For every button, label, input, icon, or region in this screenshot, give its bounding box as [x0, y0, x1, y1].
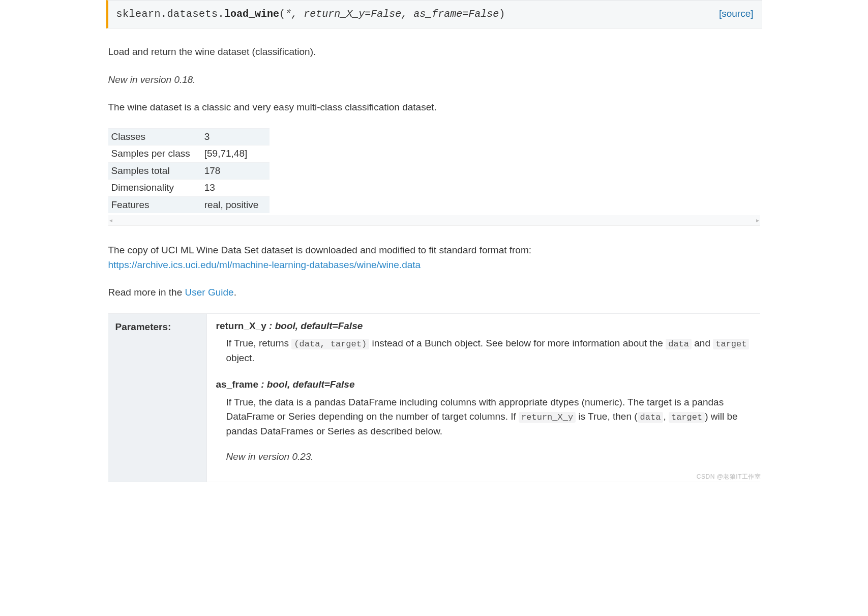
copy-pre: The copy of UCI ML Wine Data Set dataset… [108, 245, 532, 255]
table-row: Samples total178 [108, 162, 270, 180]
user-guide-link[interactable]: User Guide [185, 287, 234, 298]
source-link[interactable]: [source] [719, 7, 754, 21]
parameters-body: return_X_y : bool, default=False If True… [207, 314, 760, 482]
meta-key: Features [108, 196, 201, 213]
code-literal: return_X_y [519, 412, 576, 423]
code-literal: data [638, 412, 664, 423]
sep: , [291, 8, 304, 20]
signature-bar: sklearn.datasets.load_wine(*, return_X_y… [106, 0, 762, 28]
horizontal-scrollbar[interactable]: ◂ ▸ [108, 215, 760, 226]
meta-val: 178 [201, 162, 270, 180]
param-name: as_frame [216, 379, 258, 390]
read-more-post: . [234, 287, 236, 298]
param-as-frame: as_frame : bool, default=False If True, … [216, 377, 751, 464]
copy-paragraph: The copy of UCI ML Wine Data Set dataset… [108, 243, 760, 272]
table-row: Featuresreal, positive [108, 196, 270, 213]
table-row: Samples per class[59,71,48] [108, 145, 270, 163]
module-path: sklearn.datasets. [116, 8, 225, 20]
meta-key: Samples total [108, 162, 201, 180]
meta-val: 3 [201, 128, 270, 145]
scroll-left-icon[interactable]: ◂ [109, 216, 112, 225]
param-return-x-y: return_X_y : bool, default=False If True… [216, 319, 751, 366]
lead-paragraph: Load and return the wine dataset (classi… [108, 45, 760, 60]
table-row: Classes3 [108, 128, 270, 145]
param-classifier: : bool, default=False [258, 379, 355, 390]
star: * [285, 8, 291, 20]
param-description: If True, returns (data, target) instead … [226, 336, 751, 365]
version-added: New in version 0.23. [226, 450, 751, 464]
version-added: New in version 0.18. [108, 73, 760, 87]
paren-close: ) [499, 8, 505, 20]
meta-key: Samples per class [108, 145, 201, 163]
meta-val: real, positive [201, 196, 270, 213]
param-as-frame: as_frame=False [413, 8, 499, 20]
code-literal: (data, target) [291, 339, 369, 349]
code-literal: target [669, 412, 705, 423]
function-name: load_wine [224, 8, 279, 20]
meta-key: Classes [108, 128, 201, 145]
meta-val: 13 [201, 180, 270, 197]
dataset-meta-table: Classes3 Samples per class[59,71,48] Sam… [108, 128, 270, 214]
param-name: return_X_y [216, 320, 266, 331]
param-description: If True, the data is a pandas DataFrame … [226, 395, 751, 464]
scroll-right-icon[interactable]: ▸ [756, 216, 759, 225]
param-return-x-y: return_X_y=False [304, 8, 401, 20]
classic-paragraph: The wine dataset is a classic and very e… [108, 100, 760, 115]
parameters-label: Parameters: [108, 314, 207, 482]
signature-text: sklearn.datasets.load_wine(*, return_X_y… [116, 6, 719, 22]
table-row: Dimensionality13 [108, 180, 270, 197]
meta-val: [59,71,48] [201, 145, 270, 163]
parameters-block: Parameters: return_X_y : bool, default=F… [108, 313, 760, 482]
code-literal: data [666, 339, 692, 349]
code-literal: target [713, 339, 749, 349]
paren-open: ( [279, 8, 285, 20]
dataset-source-link[interactable]: https://archive.ics.uci.edu/ml/machine-l… [108, 259, 421, 270]
param-classifier: : bool, default=False [266, 320, 363, 331]
read-more-pre: Read more in the [108, 287, 185, 298]
sep: , [401, 8, 413, 20]
meta-key: Dimensionality [108, 180, 201, 197]
read-more: Read more in the User Guide. [108, 285, 760, 300]
